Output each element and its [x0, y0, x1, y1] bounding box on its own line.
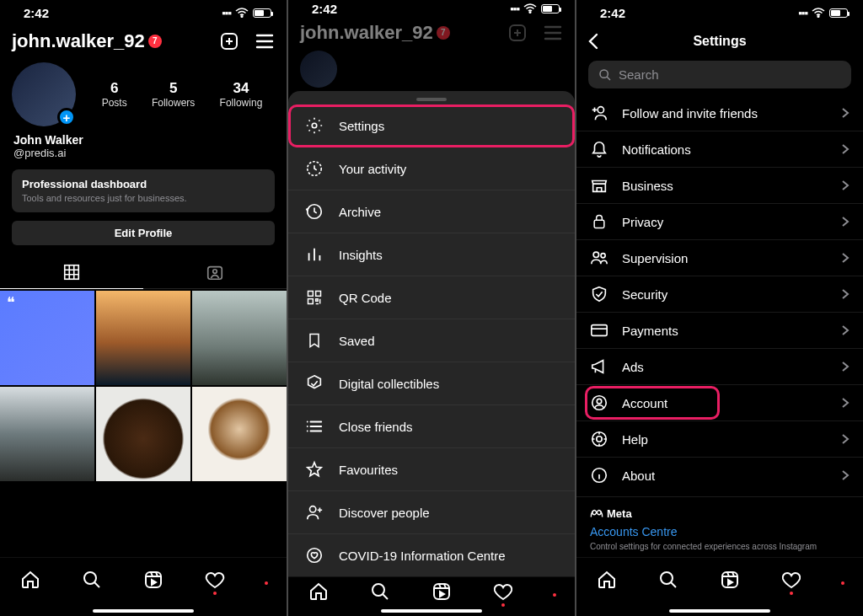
settings-supervision[interactable]: Supervision — [576, 239, 863, 276]
menu-archive[interactable]: Archive — [288, 190, 575, 233]
menu-saved[interactable]: Saved — [288, 319, 575, 362]
menu-item-label: Your activity — [339, 162, 406, 176]
signal-icon: ▪▪▪ — [510, 3, 519, 15]
nav-reels-icon[interactable] — [143, 570, 163, 590]
post-thumbnail[interactable] — [0, 387, 94, 481]
edit-profile-button[interactable]: Edit Profile — [12, 221, 275, 245]
profile-username[interactable]: john.walker_92 — [12, 30, 145, 52]
profile-username: john.walker_92 — [300, 22, 433, 44]
nav-search-icon[interactable] — [82, 570, 102, 590]
menu-close-friends[interactable]: Close friends — [288, 405, 575, 448]
gear-icon — [305, 116, 324, 135]
sheet-grabber[interactable] — [416, 98, 447, 101]
nav-activity-icon[interactable] — [493, 581, 513, 602]
settings-account[interactable]: Account — [576, 384, 863, 420]
nav-reels-icon[interactable] — [720, 570, 740, 590]
settings-notifications[interactable]: Notifications — [576, 131, 863, 167]
settings-item-label: Security — [622, 287, 667, 302]
settings-item-label: Ads — [622, 360, 644, 374]
stat-posts[interactable]: 6 Posts — [102, 80, 127, 109]
hexagon-check-icon — [305, 374, 324, 393]
stat-followers[interactable]: 5 Followers — [152, 80, 195, 109]
settings-follow-invite[interactable]: Follow and invite friends — [576, 95, 863, 131]
bookmark-icon — [305, 331, 324, 350]
post-thumbnail[interactable] — [96, 387, 190, 481]
tab-tagged[interactable] — [143, 255, 287, 289]
hamburger-menu-icon — [543, 24, 563, 41]
qr-icon — [305, 288, 324, 307]
settings-payments[interactable]: Payments — [576, 312, 863, 348]
status-time: 2:42 — [312, 2, 337, 16]
profile-avatar-dimmed — [300, 51, 337, 88]
settings-item-label: Payments — [622, 324, 678, 338]
nav-activity-icon[interactable] — [205, 570, 225, 590]
settings-business[interactable]: Business — [576, 167, 863, 203]
post-thumbnail[interactable] — [96, 291, 190, 385]
professional-dashboard-card[interactable]: Professional dashboard Tools and resourc… — [12, 169, 275, 212]
settings-ads[interactable]: Ads — [576, 348, 863, 384]
bottom-nav — [288, 576, 575, 606]
svg-point-4 — [213, 269, 217, 273]
menu-insights[interactable]: Insights — [288, 233, 575, 276]
post-thumbnail[interactable] — [0, 291, 94, 385]
menu-qr-code[interactable]: QR Code — [288, 276, 575, 319]
svg-point-9 — [312, 123, 317, 128]
chevron-right-icon — [841, 397, 850, 409]
profile-avatar[interactable]: + — [12, 62, 76, 126]
chevron-right-icon — [841, 469, 850, 481]
battery-icon — [541, 4, 560, 13]
profile-tabs — [0, 255, 287, 289]
megaphone-icon — [590, 357, 608, 376]
meta-section: Meta Accounts Centre Control settings fo… — [576, 496, 863, 551]
battery-icon — [829, 8, 848, 18]
add-story-icon[interactable]: + — [57, 108, 76, 126]
menu-item-label: Discover people — [339, 506, 430, 520]
svg-point-31 — [661, 572, 673, 584]
svg-rect-22 — [594, 220, 604, 228]
post-thumbnail[interactable] — [192, 291, 287, 385]
create-post-icon[interactable] — [219, 31, 239, 51]
settings-item-label: Notifications — [622, 142, 691, 157]
settings-item-label: Privacy — [622, 215, 663, 229]
nav-home-icon[interactable] — [308, 581, 329, 602]
settings-about[interactable]: About — [576, 457, 863, 493]
settings-security[interactable]: Security — [576, 276, 863, 312]
menu-discover-people[interactable]: Discover people — [288, 491, 575, 534]
nav-home-icon[interactable] — [597, 570, 617, 590]
back-icon[interactable] — [587, 33, 600, 50]
settings-privacy[interactable]: Privacy — [576, 203, 863, 239]
nav-search-icon[interactable] — [658, 570, 678, 590]
profile-handle[interactable]: @predis.ai — [13, 147, 273, 159]
hamburger-menu-icon[interactable] — [255, 33, 275, 50]
settings-search-input[interactable]: Search — [588, 61, 851, 88]
svg-point-29 — [597, 437, 602, 442]
display-name: John Walker — [13, 133, 273, 147]
menu-digital-collectibles[interactable]: Digital collectibles — [288, 362, 575, 405]
bottom-nav — [576, 557, 863, 601]
nav-search-icon[interactable] — [370, 581, 390, 602]
profile-header-dimmed: john.walker_92 7 — [288, 17, 575, 47]
notification-badge: 7 — [148, 35, 162, 48]
svg-point-7 — [529, 12, 531, 13]
svg-point-15 — [310, 506, 316, 512]
nav-activity-icon[interactable] — [781, 570, 801, 590]
settings-list: Follow and invite friends Notifications … — [576, 95, 863, 557]
tab-grid[interactable] — [0, 255, 143, 289]
chevron-right-icon — [841, 143, 850, 155]
wifi-icon — [523, 3, 537, 13]
menu-favourites[interactable]: Favourites — [288, 448, 575, 491]
nav-reels-icon[interactable] — [432, 581, 452, 602]
settings-help[interactable]: Help — [576, 420, 863, 457]
menu-covid-info[interactable]: COVID-19 Information Centre — [288, 534, 575, 576]
post-grid — [0, 291, 287, 481]
insights-icon — [305, 245, 324, 264]
nav-home-icon[interactable] — [20, 570, 40, 590]
stat-following[interactable]: 34 Following — [220, 80, 263, 109]
svg-point-24 — [601, 254, 605, 258]
battery-icon — [253, 8, 271, 18]
menu-settings[interactable]: Settings — [288, 104, 575, 147]
accounts-centre-link[interactable]: Accounts Centre — [590, 525, 850, 538]
menu-your-activity[interactable]: Your activity — [288, 147, 575, 190]
post-thumbnail[interactable] — [192, 387, 287, 481]
menu-item-label: Digital collectibles — [339, 377, 439, 391]
